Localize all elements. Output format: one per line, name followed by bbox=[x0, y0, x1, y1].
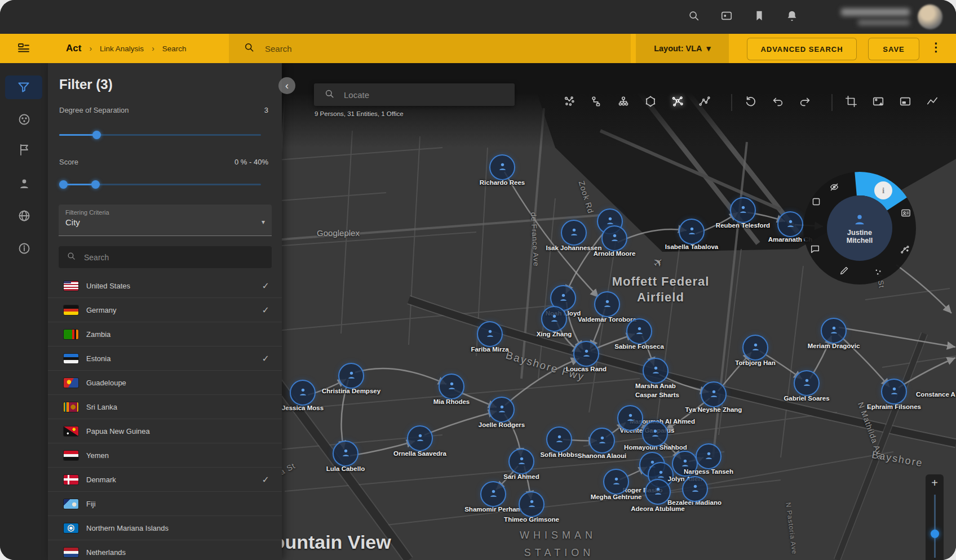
network-graph-tool-button[interactable] bbox=[671, 95, 684, 110]
breadcrumb-item-search[interactable]: Search bbox=[162, 45, 187, 53]
edit-icon[interactable] bbox=[839, 265, 850, 278]
info-icon[interactable]: i bbox=[874, 181, 892, 199]
breadcrumb-item-link-analysis[interactable]: Link Analysis bbox=[100, 45, 144, 53]
person-node[interactable] bbox=[679, 219, 705, 245]
person-node[interactable] bbox=[407, 425, 433, 451]
country-row[interactable]: Yemen bbox=[48, 443, 282, 468]
rail-item-globe[interactable] bbox=[0, 209, 48, 223]
country-row[interactable]: Denmark✓ bbox=[48, 468, 282, 492]
person-node[interactable] bbox=[439, 374, 464, 399]
country-row[interactable]: Germany✓ bbox=[48, 298, 282, 322]
collapse-panel-button[interactable]: ‹ bbox=[278, 77, 295, 94]
person-node[interactable] bbox=[561, 220, 587, 246]
polyline-tool-button[interactable] bbox=[698, 95, 711, 110]
save-button[interactable]: SAVE bbox=[868, 38, 919, 60]
bell-icon[interactable] bbox=[786, 10, 798, 24]
chat-icon[interactable] bbox=[810, 244, 821, 257]
bookmark-icon[interactable] bbox=[753, 10, 765, 24]
avatar[interactable] bbox=[918, 5, 942, 29]
person-node[interactable] bbox=[338, 363, 364, 389]
person-node[interactable] bbox=[881, 379, 907, 405]
country-search-input[interactable]: Search bbox=[59, 246, 272, 268]
menu-icon[interactable] bbox=[17, 42, 30, 57]
degree-slider-handle[interactable] bbox=[92, 131, 101, 139]
screenshot-tool-button[interactable] bbox=[872, 95, 884, 110]
frame-icon[interactable] bbox=[811, 197, 822, 210]
rail-item-person[interactable] bbox=[0, 177, 48, 190]
zoom-slider-handle[interactable] bbox=[931, 530, 939, 538]
redo-tool-button[interactable] bbox=[799, 95, 811, 110]
person-node[interactable] bbox=[541, 306, 567, 332]
scatter-graph-tool-button[interactable] bbox=[563, 95, 576, 110]
person-node[interactable] bbox=[672, 451, 698, 477]
country-row[interactable]: Netherlands bbox=[48, 540, 282, 560]
country-row[interactable]: Sri Lanka bbox=[48, 395, 282, 419]
card-view-tool-button[interactable] bbox=[899, 95, 911, 110]
filtering-criteria-dropdown[interactable]: Filtering Criteria City ▾ bbox=[59, 205, 272, 236]
country-row[interactable]: Northern Mariana Islands bbox=[48, 516, 282, 540]
person-node[interactable] bbox=[601, 225, 627, 251]
person-node[interactable] bbox=[508, 448, 534, 474]
rail-item-filter[interactable] bbox=[5, 75, 42, 99]
user-area[interactable] bbox=[841, 5, 942, 29]
undo-tool-button[interactable] bbox=[772, 95, 784, 110]
hexagon-layout-tool-button[interactable] bbox=[644, 95, 657, 110]
person-node[interactable] bbox=[480, 481, 506, 507]
person-node[interactable] bbox=[626, 318, 652, 344]
degree-slider[interactable] bbox=[59, 134, 261, 136]
person-node[interactable] bbox=[643, 358, 669, 384]
person-node[interactable] bbox=[573, 341, 599, 367]
dots-icon[interactable] bbox=[873, 267, 884, 280]
crop-tool-button[interactable] bbox=[845, 95, 857, 110]
timeline-tool-button[interactable] bbox=[926, 95, 939, 110]
person-node[interactable] bbox=[594, 291, 620, 317]
score-slider-handle-max[interactable] bbox=[91, 180, 100, 189]
person-node[interactable] bbox=[546, 426, 572, 452]
zoom-in-button[interactable]: + bbox=[926, 477, 944, 490]
rail-item-info[interactable] bbox=[0, 242, 48, 255]
person-node[interactable] bbox=[696, 443, 722, 469]
zoom-slider-track[interactable] bbox=[934, 495, 936, 558]
person-node[interactable] bbox=[617, 405, 643, 431]
route-pin-tool-button[interactable] bbox=[590, 95, 603, 110]
person-node[interactable] bbox=[642, 421, 668, 447]
person-node[interactable] bbox=[603, 469, 629, 495]
rail-item-clusters[interactable] bbox=[0, 113, 48, 126]
person-node[interactable] bbox=[519, 491, 545, 517]
video-card-icon[interactable] bbox=[720, 10, 733, 24]
person-node[interactable] bbox=[742, 335, 768, 361]
rotate-tool-button[interactable] bbox=[745, 95, 757, 110]
country-row[interactable]: Guadeloupe bbox=[48, 371, 282, 395]
layout-select[interactable]: Layout: VLA ▾ bbox=[636, 34, 729, 63]
person-node[interactable] bbox=[489, 154, 515, 180]
score-slider-handle-min[interactable] bbox=[59, 180, 68, 189]
person-node[interactable] bbox=[333, 441, 358, 466]
score-range-slider[interactable] bbox=[59, 184, 261, 185]
person-node[interactable] bbox=[489, 397, 515, 423]
breadcrumb-app[interactable]: Act bbox=[66, 43, 81, 54]
person-node[interactable] bbox=[290, 380, 316, 406]
global-search-input[interactable]: Search bbox=[229, 34, 631, 63]
person-node[interactable] bbox=[794, 370, 820, 396]
subnetwork-icon[interactable] bbox=[900, 245, 910, 257]
kebab-menu-icon[interactable]: ⋮ bbox=[930, 41, 942, 54]
map-zoom-control[interactable]: + bbox=[926, 474, 944, 560]
contact-card-icon[interactable] bbox=[901, 208, 911, 221]
country-row[interactable]: Papua New Guinea bbox=[48, 419, 282, 443]
country-row[interactable]: United States✓ bbox=[48, 274, 282, 298]
person-node[interactable] bbox=[645, 479, 671, 505]
country-row[interactable]: Estonia✓ bbox=[48, 346, 282, 371]
country-row[interactable]: Fiji bbox=[48, 492, 282, 516]
search-icon[interactable] bbox=[688, 10, 700, 24]
person-node[interactable] bbox=[821, 318, 847, 344]
person-node[interactable] bbox=[682, 476, 708, 502]
person-node[interactable] bbox=[701, 381, 727, 407]
person-node[interactable] bbox=[589, 428, 615, 454]
country-row[interactable]: Zambia bbox=[48, 322, 282, 346]
advanced-search-button[interactable]: ADVANCED SEARCH bbox=[747, 38, 857, 60]
person-node[interactable] bbox=[730, 197, 756, 223]
org-chart-tool-button[interactable] bbox=[617, 95, 630, 110]
rail-item-tag[interactable] bbox=[0, 143, 48, 157]
person-node[interactable] bbox=[477, 321, 503, 347]
eye-off-icon[interactable] bbox=[829, 182, 840, 195]
